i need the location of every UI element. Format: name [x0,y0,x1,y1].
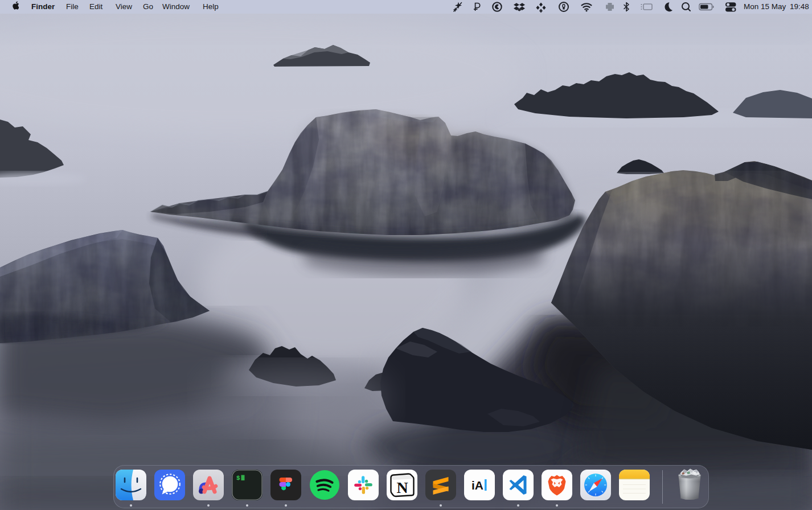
svg-text:$: $ [236,475,240,482]
svg-text:iA: iA [471,479,483,492]
svg-text:N: N [397,479,408,496]
